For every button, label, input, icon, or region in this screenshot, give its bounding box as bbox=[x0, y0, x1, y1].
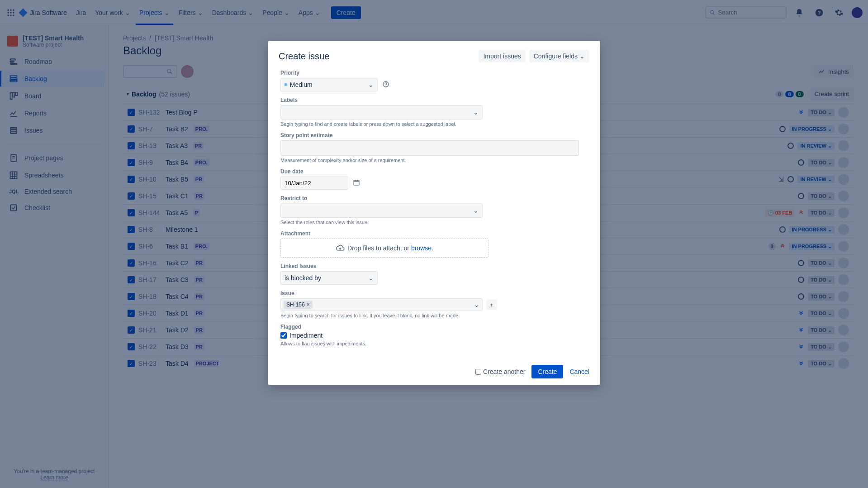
attachment-dropzone[interactable]: Drop files to attach, or browse. bbox=[280, 239, 489, 258]
due-date-label: Due date bbox=[280, 168, 588, 175]
linked-issues-type-select[interactable]: is blocked by bbox=[280, 271, 378, 285]
modal-title: Create issue bbox=[279, 51, 329, 62]
issue-link-label: Issue bbox=[280, 290, 588, 297]
svg-rect-29 bbox=[354, 180, 359, 185]
linked-issues-label: Linked Issues bbox=[280, 263, 588, 269]
modal-create-button[interactable]: Create bbox=[531, 365, 563, 378]
labels-label: Labels bbox=[280, 97, 588, 103]
create-issue-modal: Create issue Import issues Configure fie… bbox=[268, 41, 600, 385]
flagged-help: Allows to flag issues with impediments. bbox=[280, 341, 588, 346]
labels-help: Begin typing to find and create labels o… bbox=[280, 121, 588, 127]
issue-token[interactable]: SH-156 × bbox=[284, 301, 313, 309]
restrict-help: Select the roles that can view this issu… bbox=[280, 220, 588, 225]
modal-overlay: Create issue Import issues Configure fie… bbox=[0, 0, 868, 488]
priority-help-icon[interactable] bbox=[382, 81, 389, 89]
upload-icon bbox=[336, 244, 345, 253]
add-link-button[interactable]: + bbox=[486, 299, 497, 310]
browse-link[interactable]: browse bbox=[411, 244, 432, 252]
modal-cancel-button[interactable]: Cancel bbox=[569, 368, 589, 375]
restrict-label: Restrict to bbox=[280, 195, 588, 201]
story-point-help: Measurement of complexity and/or size of… bbox=[280, 158, 588, 163]
create-another-checkbox[interactable]: Create another bbox=[475, 368, 525, 375]
priority-medium-icon: ≡ bbox=[285, 84, 287, 86]
attachment-label: Attachment bbox=[280, 230, 588, 237]
priority-select[interactable]: ≡Medium bbox=[280, 78, 378, 91]
labels-select[interactable] bbox=[280, 105, 483, 120]
issue-link-select[interactable]: SH-156 × bbox=[280, 298, 483, 311]
story-point-input[interactable] bbox=[280, 140, 579, 156]
flagged-label: Flagged bbox=[280, 324, 588, 330]
priority-label: Priority bbox=[280, 70, 588, 76]
story-point-label: Story point estimate bbox=[280, 132, 588, 139]
calendar-icon[interactable] bbox=[353, 179, 360, 187]
restrict-select[interactable] bbox=[280, 203, 483, 218]
due-date-input[interactable] bbox=[280, 177, 348, 190]
configure-fields-button[interactable]: Configure fields bbox=[529, 50, 589, 62]
import-issues-button[interactable]: Import issues bbox=[479, 50, 525, 62]
impediment-label: Impediment bbox=[289, 332, 323, 339]
issue-link-help: Begin typing to search for issues to lin… bbox=[280, 313, 588, 318]
impediment-checkbox[interactable] bbox=[280, 332, 287, 339]
remove-token-icon[interactable]: × bbox=[307, 301, 310, 308]
